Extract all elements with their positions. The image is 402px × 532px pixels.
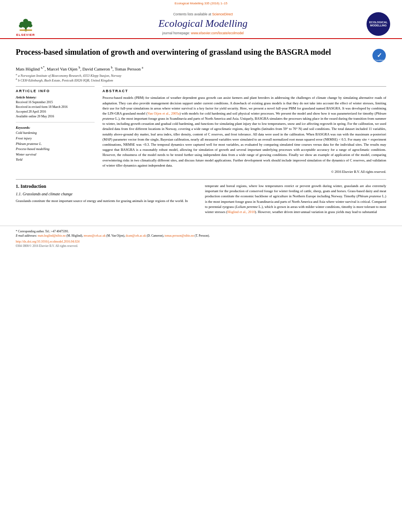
- footnote-corresponding: * Corresponding author. Tel.: +47 404753…: [16, 229, 386, 234]
- svg-text:✓: ✓: [377, 52, 382, 59]
- intro-heading: 1. Introduction: [16, 184, 197, 189]
- available-date: Available online 20 May 2016: [16, 114, 95, 119]
- svg-rect-7: [19, 30, 32, 31]
- citation-line: Ecological Modelling 335 (2016) 1–15: [0, 0, 402, 6]
- journal-logo-right: ECOLOGICALMODELLING: [363, 9, 394, 38]
- article-info-abstract-section: ARTICLE INFO Article history: Received 1…: [16, 86, 386, 174]
- authors-line: Mats Höglind a,*, Marcel Van Oijen b, Da…: [16, 66, 386, 71]
- crossmark-icon: ✓ CrossMark: [372, 48, 386, 63]
- keyword-6: Yield: [16, 157, 95, 163]
- page-wrapper: Ecological Modelling 335 (2016) 1–15 ELS…: [0, 0, 402, 532]
- footer-copyright: 0304-3800/© 2016 Elsevier B.V. All right…: [16, 244, 386, 248]
- em-logo-text: ECOLOGICALMODELLING: [369, 21, 388, 28]
- affiliation-a: a a Norwegian Institute of Bioeconomy Re…: [16, 73, 386, 78]
- email-link-1[interactable]: mats.hoglind@nibio.no: [38, 234, 66, 237]
- svg-point-6: [23, 19, 28, 23]
- received-date: Received 16 September 2015: [16, 100, 95, 105]
- abstract-column: ABSTRACT Process-based models (PBM) for …: [102, 86, 386, 174]
- homepage-line: journal homepage: www.elsevier.com/locat…: [162, 31, 244, 35]
- intro-left-text: Grasslands constitute the most important…: [16, 198, 197, 204]
- keyword-2: Frost injury: [16, 136, 95, 141]
- keyword-1: Cold hardening: [16, 130, 95, 136]
- sciencedirect-line: Contents lists available at ScienceDirec…: [173, 12, 233, 16]
- main-content: Process-based simulation of growth and o…: [0, 39, 402, 222]
- intro-right-text: temperate and boreal regions, where low …: [205, 184, 386, 215]
- email-link-4[interactable]: tomas.persson@nibio.no: [165, 234, 194, 237]
- intro-section: 1. Introduction 1.1. Grasslands and clim…: [16, 184, 386, 218]
- elsevier-tree-icon: [15, 15, 37, 32]
- em-logo-icon: ECOLOGICALMODELLING: [367, 12, 390, 36]
- citation-text: Ecological Modelling 335 (2016) 1–15: [175, 2, 227, 5]
- abstract-heading: ABSTRACT: [102, 89, 386, 93]
- article-info-column: ARTICLE INFO Article history: Received 1…: [16, 86, 95, 174]
- affiliations: a a Norwegian Institute of Bioeconomy Re…: [16, 73, 386, 83]
- intro-left-column: 1. Introduction 1.1. Grasslands and clim…: [16, 184, 197, 218]
- doi-link[interactable]: http://dx.doi.org/10.1016/j.ecolmodel.20…: [16, 240, 386, 243]
- intro-subheading: 1.1. Grasslands and climate change: [16, 192, 197, 196]
- abstract-text: Process-based models (PBM) for simulatio…: [102, 95, 386, 168]
- svg-point-5: [28, 24, 32, 27]
- elsevier-label: ELSEVIER: [16, 33, 35, 37]
- revised-date: Received in revised form 18 March 2016: [16, 105, 95, 109]
- article-history-group: Article history: Received 16 September 2…: [16, 95, 95, 122]
- title-section: Process-based simulation of growth and o…: [16, 47, 386, 63]
- sciencedirect-link[interactable]: ScienceDirect: [212, 12, 233, 16]
- journal-header: ELSEVIER Contents lists available at Sci…: [0, 6, 402, 39]
- homepage-link[interactable]: www.elsevier.com/locate/ecolmodel: [191, 31, 244, 35]
- keyword-4: Process-based modelling: [16, 146, 95, 152]
- footnote-emails: E-mail addresses: mats.hoglind@nibio.no …: [16, 234, 386, 238]
- footer-section: * Corresponding author. Tel.: +47 404753…: [0, 226, 402, 250]
- svg-text:CrossMark: CrossMark: [374, 59, 384, 61]
- journal-center: Contents lists available at ScienceDirec…: [43, 9, 363, 38]
- article-info-heading: ARTICLE INFO: [16, 89, 95, 93]
- keywords-group: Keywords: Cold hardening Frost injury Ph…: [16, 126, 95, 163]
- accepted-date: Accepted 28 April 2016: [16, 109, 95, 114]
- article-history-label: Article history:: [16, 95, 95, 99]
- reference-link-1[interactable]: Van Oijen et al., 2005a: [147, 111, 179, 115]
- reference-link-2[interactable]: Höglind et al., 2010: [227, 210, 255, 214]
- email-link-3[interactable]: dcam@ceh.ac.uk: [126, 234, 146, 237]
- affiliation-b: b b CEH-Edinburgh, Bush Estate, Penicuik…: [16, 78, 386, 82]
- section-divider: [16, 179, 386, 180]
- journal-title-header: Ecological Modelling: [158, 18, 248, 30]
- elsevier-logo: ELSEVIER: [8, 9, 43, 38]
- intro-right-column: temperate and boreal regions, where low …: [205, 184, 386, 218]
- abstract-copyright: © 2016 Elsevier B.V. All rights reserved…: [102, 170, 386, 174]
- keyword-5: Winter survival: [16, 152, 95, 158]
- article-title: Process-based simulation of growth and o…: [16, 47, 368, 57]
- keywords-label: Keywords:: [16, 126, 95, 130]
- keyword-3: Phleum pratense L.: [16, 141, 95, 147]
- email-link-2[interactable]: mvano@ceh.ac.uk: [84, 234, 106, 237]
- svg-point-4: [19, 24, 23, 28]
